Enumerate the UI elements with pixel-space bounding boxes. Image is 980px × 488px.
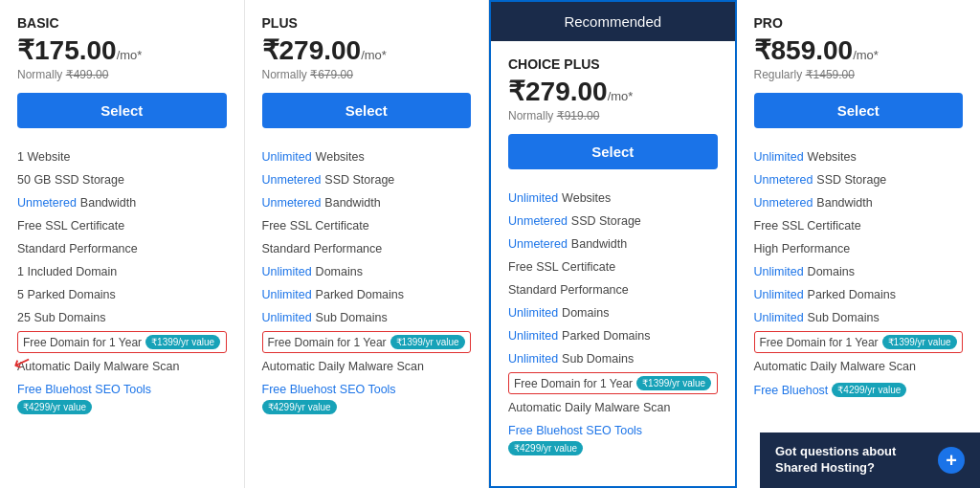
feature-item: Free SSL Certificate: [754, 214, 964, 237]
plan-normal-plus: Normally ₹679.00: [262, 68, 472, 81]
feature-item: 1 Website: [17, 145, 227, 168]
domain-row-plus: Free Domain for 1 Year ₹1399/yr value: [262, 331, 472, 353]
plan-normal-choice-plus: Normally ₹919.00: [508, 109, 718, 122]
feature-item: Unlimited Websites: [754, 145, 964, 168]
features-list-choice-plus: Unlimited WebsitesUnmetered SSD StorageU…: [508, 187, 718, 370]
feature-item: Standard Performance: [508, 278, 718, 301]
seo-item-pro: Free Bluehost ₹4299/yr value: [754, 378, 964, 402]
malware-item: Automatic Daily Malware Scan: [17, 355, 227, 378]
chat-plus-icon: +: [938, 447, 965, 474]
seo-badge: ₹4299/yr value: [17, 400, 92, 414]
malware-item: Automatic Daily Malware Scan: [754, 355, 964, 378]
feature-item: Unlimited Websites: [262, 145, 472, 168]
feature-item: Unlimited Parked Domains: [754, 283, 964, 306]
seo-item-plus: Free Bluehost SEO Tools ₹4299/yr value: [262, 378, 472, 419]
feature-item: Unlimited Domains: [262, 260, 472, 283]
feature-item: Unmetered SSD Storage: [262, 168, 472, 191]
features-list-basic: 1 Website50 GB SSD StorageUnmetered Band…: [17, 145, 227, 329]
seo-item-basic: Free Bluehost SEO Tools ₹4299/yr value: [17, 378, 227, 419]
feature-item: Unmetered SSD Storage: [508, 210, 718, 233]
plan-col-pro: PRO₹859.00/mo*Regularly ₹1459.00SelectUn…: [737, 0, 981, 488]
plan-normal-basic: Normally ₹499.00: [17, 68, 227, 81]
chat-popup[interactable]: Got questions about Shared Hosting? +: [760, 433, 980, 488]
recommended-badge: Recommended: [491, 2, 735, 41]
plan-normal-pro: Regularly ₹1459.00: [754, 68, 964, 81]
seo-badge: ₹4299/yr value: [832, 383, 906, 397]
domain-row-basic: Free Domain for 1 Year ₹1399/yr value: [17, 331, 227, 353]
feature-item: Unmetered Bandwidth: [262, 191, 472, 214]
feature-item: Unlimited Domains: [508, 301, 718, 324]
features-list-plus: Unlimited WebsitesUnmetered SSD StorageU…: [262, 145, 472, 329]
domain-badge: ₹1399/yr value: [882, 335, 957, 349]
feature-item: Unlimited Sub Domains: [754, 306, 964, 329]
feature-item: High Performance: [754, 237, 964, 260]
feature-item: Unmetered Bandwidth: [754, 191, 964, 214]
plan-price-basic: ₹175.00/mo*: [17, 34, 227, 66]
plan-price-plus: ₹279.00/mo*: [262, 34, 472, 66]
feature-item: Free SSL Certificate: [262, 214, 472, 237]
domain-badge: ₹1399/yr value: [636, 376, 711, 390]
features-list-pro: Unlimited WebsitesUnmetered SSD StorageU…: [754, 145, 964, 329]
domain-label: Free Domain for 1 Year: [23, 336, 142, 349]
domain-label: Free Domain for 1 Year: [760, 336, 879, 349]
plan-name-plus: PLUS: [262, 15, 472, 31]
feature-item: Unlimited Sub Domains: [262, 306, 472, 329]
domain-row-pro: Free Domain for 1 Year ₹1399/yr value: [754, 331, 964, 353]
feature-item: Standard Performance: [262, 237, 472, 260]
feature-item: 1 Included Domain: [17, 260, 227, 283]
plan-name-pro: PRO: [754, 15, 964, 31]
domain-badge: ₹1399/yr value: [390, 335, 465, 349]
feature-item: Unlimited Sub Domains: [508, 347, 718, 370]
malware-item: Automatic Daily Malware Scan: [508, 396, 718, 419]
feature-item: Unlimited Parked Domains: [508, 324, 718, 347]
select-button-basic[interactable]: Select: [17, 93, 227, 128]
domain-label: Free Domain for 1 Year: [514, 377, 633, 390]
plan-price-pro: ₹859.00/mo*: [754, 34, 964, 66]
feature-item: Unmetered Bandwidth: [17, 191, 227, 214]
select-button-choice-plus[interactable]: Select: [508, 134, 718, 169]
domain-label: Free Domain for 1 Year: [268, 336, 387, 349]
feature-item: Free SSL Certificate: [17, 214, 227, 237]
plan-col-choice-plus: RecommendedCHOICE PLUS₹279.00/mo*Normall…: [489, 0, 737, 488]
seo-badge: ₹4299/yr value: [262, 400, 337, 414]
plan-col-plus: PLUS₹279.00/mo*Normally ₹679.00SelectUnl…: [245, 0, 490, 488]
seo-badge: ₹4299/yr value: [508, 441, 583, 455]
feature-item: 50 GB SSD Storage: [17, 168, 227, 191]
feature-item: 5 Parked Domains: [17, 283, 227, 306]
pricing-table: BASIC₹175.00/mo*Normally ₹499.00Select1 …: [0, 0, 980, 488]
select-button-pro[interactable]: Select: [754, 93, 964, 128]
domain-row-choice-plus: Free Domain for 1 Year ₹1399/yr value: [508, 372, 718, 394]
plan-name-basic: BASIC: [17, 15, 227, 31]
select-button-plus[interactable]: Select: [262, 93, 472, 128]
malware-item: Automatic Daily Malware Scan: [262, 355, 472, 378]
plan-col-basic: BASIC₹175.00/mo*Normally ₹499.00Select1 …: [0, 0, 245, 488]
feature-item: 25 Sub Domains: [17, 306, 227, 329]
feature-item: Unmetered SSD Storage: [754, 168, 964, 191]
chat-popup-text: Got questions about Shared Hosting?: [775, 444, 928, 477]
feature-item: Unlimited Websites: [508, 187, 718, 210]
feature-item: Unlimited Domains: [754, 260, 964, 283]
feature-item: Free SSL Certificate: [508, 255, 718, 278]
domain-badge: ₹1399/yr value: [145, 335, 220, 349]
plan-name-choice-plus: CHOICE PLUS: [508, 56, 718, 72]
plan-price-choice-plus: ₹279.00/mo*: [508, 76, 718, 107]
feature-item: Standard Performance: [17, 237, 227, 260]
seo-item-choice-plus: Free Bluehost SEO Tools ₹4299/yr value: [508, 419, 718, 460]
feature-item: Unlimited Parked Domains: [262, 283, 472, 306]
feature-item: Unmetered Bandwidth: [508, 233, 718, 255]
